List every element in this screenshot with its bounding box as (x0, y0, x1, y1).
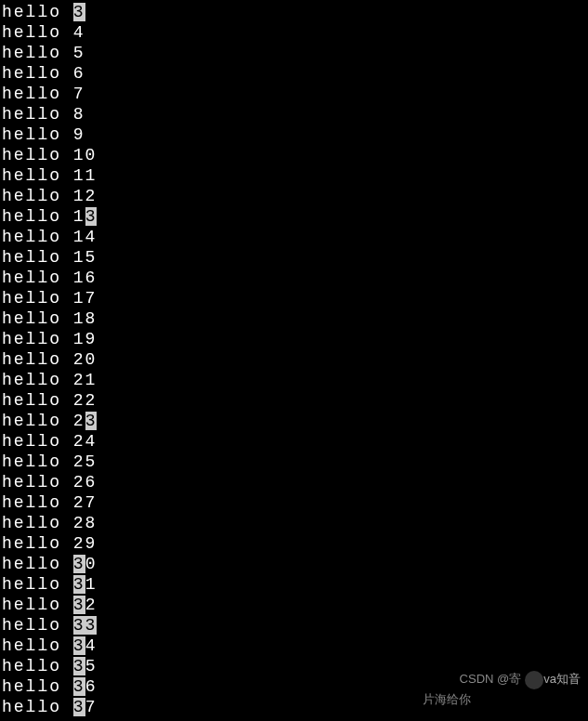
terminal-line: hello 21 (2, 370, 586, 390)
terminal-line: hello 27 (2, 492, 586, 513)
line-number: 20 (73, 350, 98, 369)
watermark-overlay: va知音 (543, 672, 581, 686)
search-highlight: 33 (73, 616, 98, 635)
line-prefix: hello (2, 105, 73, 124)
line-prefix: hello (2, 677, 73, 696)
line-number: 12 (73, 187, 98, 205)
terminal-line: hello 13 (2, 206, 586, 227)
line-prefix: hello (2, 44, 73, 62)
line-prefix: hello (2, 64, 73, 83)
line-prefix: hello (2, 698, 73, 716)
line-prefix: hello (2, 85, 73, 103)
line-prefix: hello (2, 248, 73, 267)
line-prefix: hello (2, 636, 73, 655)
watermark-text-after: 片海给你 (423, 692, 471, 706)
line-number-part: 5 (85, 657, 98, 675)
line-prefix: hello (2, 166, 73, 185)
terminal-line: hello 15 (2, 247, 586, 268)
terminal-line: hello 22 (2, 390, 586, 411)
terminal-line: hello 23 (2, 411, 586, 431)
line-number-part: 0 (85, 555, 98, 573)
line-prefix: hello (2, 432, 73, 451)
terminal-line: hello 30 (2, 554, 586, 574)
line-prefix: hello (2, 555, 73, 573)
search-highlight: 3 (73, 677, 85, 696)
line-prefix: hello (2, 657, 73, 675)
terminal-line: hello 8 (2, 104, 586, 125)
search-highlight: 3 (73, 575, 85, 594)
terminal-line: hello 28 (2, 513, 586, 533)
line-prefix: hello (2, 350, 73, 369)
line-number-part: 4 (85, 636, 98, 655)
line-prefix: hello (2, 187, 73, 205)
line-number-part: 1 (85, 575, 98, 594)
line-number-part: 2 (73, 412, 85, 430)
line-number: 29 (73, 534, 98, 553)
line-number-part: 2 (85, 596, 98, 614)
line-number: 28 (73, 514, 98, 532)
watermark: CSDN @寄va知音 片海给你 (460, 669, 581, 710)
terminal-line: hello 18 (2, 308, 586, 329)
terminal-line: hello 33 (2, 615, 586, 636)
line-number: 9 (73, 125, 85, 144)
line-prefix: hello (2, 330, 73, 348)
wechat-icon (525, 671, 543, 689)
line-number: 21 (73, 371, 98, 389)
search-highlight: 3 (73, 596, 85, 614)
search-highlight: 3 (73, 636, 85, 655)
line-number: 25 (73, 452, 98, 471)
line-prefix: hello (2, 146, 73, 164)
terminal-line: hello 31 (2, 574, 586, 595)
line-number: 5 (73, 44, 85, 62)
line-number: 4 (73, 23, 85, 42)
line-number: 17 (73, 289, 98, 308)
line-number: 8 (73, 105, 85, 124)
terminal-line: hello 16 (2, 268, 586, 288)
terminal-line: hello 7 (2, 84, 586, 104)
line-prefix: hello (2, 493, 73, 512)
line-prefix: hello (2, 616, 73, 635)
line-number: 24 (73, 432, 98, 451)
terminal-line: hello 19 (2, 329, 586, 349)
line-prefix: hello (2, 207, 73, 226)
line-number-part: 7 (85, 698, 98, 716)
line-prefix: hello (2, 514, 73, 532)
terminal-line: hello 3 (2, 2, 586, 22)
line-prefix: hello (2, 269, 73, 287)
line-number: 27 (73, 493, 98, 512)
search-highlight: 3 (85, 207, 98, 226)
search-highlight: 3 (73, 698, 85, 716)
terminal-line: hello 11 (2, 165, 586, 186)
line-number: 6 (73, 64, 85, 83)
line-number: 14 (73, 228, 98, 246)
terminal-output[interactable]: hello 3hello 4hello 5hello 6hello 7hello… (0, 0, 588, 719)
search-highlight: 3 (73, 3, 85, 21)
line-prefix: hello (2, 473, 73, 492)
terminal-line: hello 34 (2, 636, 586, 656)
terminal-line: hello 17 (2, 288, 586, 308)
line-prefix: hello (2, 23, 73, 42)
line-number-part: 6 (85, 677, 98, 696)
line-prefix: hello (2, 534, 73, 553)
terminal-line: hello 14 (2, 227, 586, 247)
terminal-line: hello 5 (2, 43, 586, 63)
line-number: 11 (73, 166, 98, 185)
terminal-line: hello 4 (2, 22, 586, 43)
terminal-line: hello 10 (2, 145, 586, 165)
terminal-line: hello 25 (2, 452, 586, 472)
terminal-line: hello 32 (2, 595, 586, 615)
terminal-line: hello 9 (2, 125, 586, 145)
line-number: 26 (73, 473, 98, 492)
line-prefix: hello (2, 228, 73, 246)
line-number: 19 (73, 330, 98, 348)
terminal-line: hello 12 (2, 186, 586, 206)
search-highlight: 3 (73, 657, 85, 675)
line-number: 10 (73, 146, 98, 164)
line-number-part: 1 (73, 207, 85, 226)
line-prefix: hello (2, 596, 73, 614)
line-number: 18 (73, 309, 98, 328)
line-prefix: hello (2, 289, 73, 308)
line-number: 15 (73, 248, 98, 267)
terminal-line: hello 24 (2, 431, 586, 452)
line-prefix: hello (2, 125, 73, 144)
